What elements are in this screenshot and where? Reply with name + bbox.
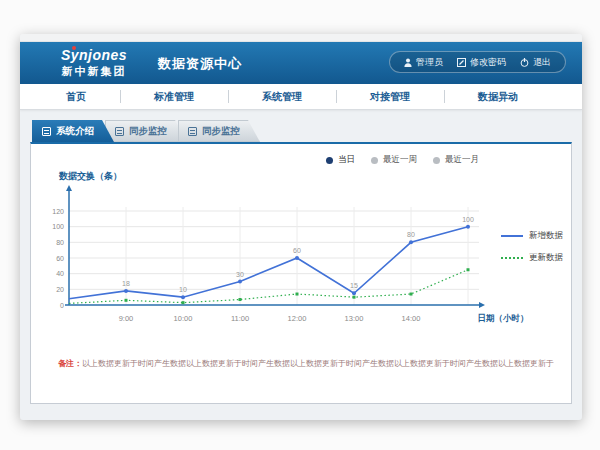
power-icon: [520, 58, 529, 67]
nav-item-0[interactable]: 首页: [32, 84, 120, 109]
edit-icon: [457, 58, 466, 67]
data-point: [125, 299, 128, 302]
data-point: [409, 240, 413, 244]
x-axis-title: 日期（小时）: [478, 313, 529, 323]
brand-text: Synjones: [61, 47, 127, 63]
x-tick-label: 13:00: [345, 314, 364, 323]
brand-logo: Synjones 新中新集团: [48, 46, 140, 79]
data-point: [239, 298, 242, 301]
y-tick-label: 0: [60, 302, 64, 309]
data-point-label: 80: [407, 231, 415, 238]
data-point: [467, 268, 470, 271]
nav-item-3[interactable]: 对接管理: [336, 84, 444, 109]
footnote-text: 以上数据更新于时间产生数据以上数据更新于时间产生数据以上数据更新于时间产生数据以…: [82, 359, 554, 368]
user-icon: [404, 58, 412, 67]
radio-label: 当日: [338, 154, 355, 166]
nav-list: 首页标准管理系统管理对接管理数据异动: [20, 84, 582, 109]
nav-bar: 首页标准管理系统管理对接管理数据异动: [20, 84, 582, 110]
period-radio-2[interactable]: 最近一月: [433, 154, 479, 166]
x-tick-labels: 9:0010:0011:0012:0013:0014:00: [119, 314, 421, 323]
tab-label: 系统介绍: [56, 120, 94, 142]
header-bar: Synjones 新中新集团 数据资源中心 管理员 修改密码 退出: [20, 42, 582, 84]
legend-item-1[interactable]: 更新数据: [501, 252, 563, 264]
data-point-label: 10: [179, 286, 187, 293]
legend-item-0[interactable]: 新增数据: [501, 230, 563, 242]
window-top-strip: [20, 34, 582, 42]
change-password-label: 修改密码: [470, 56, 506, 69]
y-axis-title: 数据交换（条）: [59, 170, 122, 183]
data-point: [296, 293, 299, 296]
radio-label: 最近一月: [445, 154, 479, 166]
y-tick-label: 100: [52, 223, 64, 230]
tab-label: 同步监控: [129, 120, 167, 142]
radio-dot-icon: [326, 157, 333, 164]
logout-label: 退出: [533, 56, 551, 69]
nav-item-2[interactable]: 系统管理: [228, 84, 336, 109]
page-background: Synjones 新中新集团 数据资源中心 管理员 修改密码 退出: [0, 0, 600, 450]
data-point-label: 30: [236, 271, 244, 278]
radio-dot-icon: [371, 157, 378, 164]
chart-panel: 当日最近一周最近一月 数据交换（条） 0204060801001209:0010…: [30, 142, 572, 404]
app-title: 数据资源中心: [158, 55, 242, 73]
radio-label: 最近一周: [383, 154, 417, 166]
data-point-label: 60: [293, 247, 301, 254]
tab-2[interactable]: 同步监控: [178, 120, 260, 142]
legend-line-sample: [501, 235, 523, 237]
y-axis-arrow-icon: [66, 185, 72, 191]
change-password-button[interactable]: 修改密码: [457, 56, 506, 69]
legend-line-sample: [501, 257, 523, 259]
data-point: [182, 301, 185, 304]
tab-bar: 系统介绍同步监控同步监控: [32, 120, 572, 142]
tab-icon: [115, 127, 124, 136]
footnote: 备注：以上数据更新于时间产生数据以上数据更新于时间产生数据以上数据更新于时间产生…: [58, 358, 558, 369]
user-menu[interactable]: 管理员: [404, 56, 443, 69]
line-chart: 0204060801001209:0010:0011:0012:0013:001…: [51, 184, 531, 344]
grid-lines: [69, 207, 479, 305]
data-point: [410, 293, 413, 296]
footnote-prefix: 备注：: [58, 359, 82, 368]
data-point: [466, 225, 470, 229]
x-tick-label: 11:00: [231, 314, 249, 323]
user-label: 管理员: [416, 56, 443, 69]
tab-1[interactable]: 同步监控: [105, 120, 187, 142]
radio-dot-icon: [433, 157, 440, 164]
brand-red-dot-icon: [72, 46, 76, 50]
series-0: 181030601580100: [69, 216, 474, 300]
data-point: [353, 296, 356, 299]
data-point-label: 18: [122, 280, 130, 287]
y-tick-label: 60: [56, 255, 64, 262]
y-tick-labels: 020406080100120: [52, 208, 64, 309]
x-axis-arrow-icon: [479, 302, 485, 308]
x-tick-label: 10:00: [174, 314, 193, 323]
tab-icon: [42, 127, 51, 136]
y-tick-label: 20: [56, 286, 64, 293]
brand-name-cn: 新中新集团: [48, 64, 140, 79]
data-point-label: 100: [462, 216, 474, 223]
app-window: Synjones 新中新集团 数据资源中心 管理员 修改密码 退出: [20, 34, 582, 420]
x-tick-label: 12:00: [288, 314, 307, 323]
data-point: [124, 289, 128, 293]
brand-name: Synjones: [61, 47, 127, 63]
tab-icon: [188, 127, 197, 136]
y-tick-label: 120: [52, 208, 64, 215]
y-tick-label: 40: [56, 270, 64, 277]
tab-label: 同步监控: [202, 120, 240, 142]
nav-item-1[interactable]: 标准管理: [120, 84, 228, 109]
data-point: [238, 280, 242, 284]
period-radio-1[interactable]: 最近一周: [371, 154, 417, 166]
data-point: [352, 291, 356, 295]
x-tick-label: 9:00: [119, 314, 134, 323]
data-point: [181, 295, 185, 299]
period-radio-group: 当日最近一周最近一月: [326, 154, 479, 166]
x-tick-label: 14:00: [402, 314, 421, 323]
chart-legend: 新增数据更新数据: [501, 230, 563, 264]
user-pill: 管理员 修改密码 退出: [389, 51, 566, 73]
y-tick-label: 80: [56, 239, 64, 246]
legend-label: 更新数据: [529, 252, 563, 264]
tab-0[interactable]: 系统介绍: [32, 120, 114, 142]
content-area: 系统介绍同步监控同步监控 当日最近一周最近一月 数据交换（条） 02040608…: [20, 110, 582, 404]
data-point-label: 15: [350, 282, 358, 289]
period-radio-0[interactable]: 当日: [326, 154, 355, 166]
nav-item-4[interactable]: 数据异动: [444, 84, 552, 109]
logout-button[interactable]: 退出: [520, 56, 551, 69]
